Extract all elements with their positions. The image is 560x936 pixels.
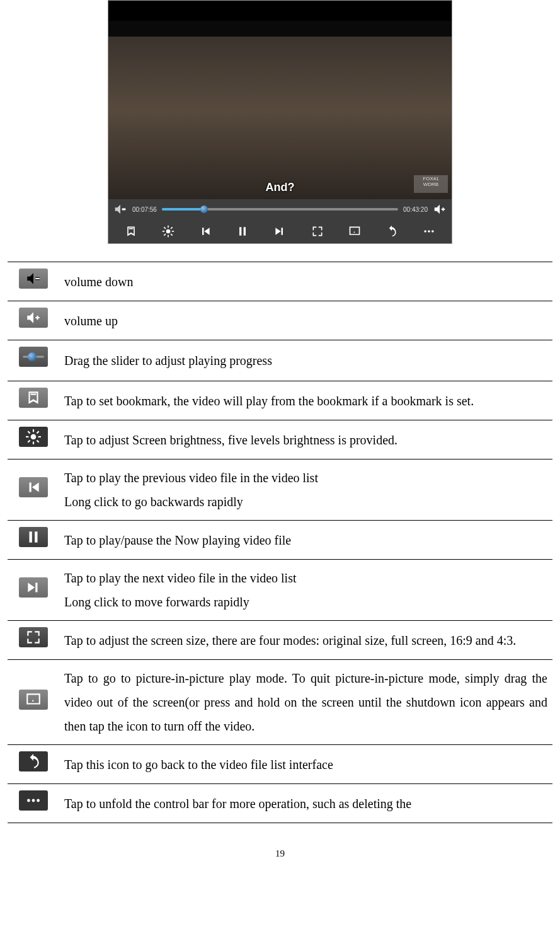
more-icon bbox=[19, 790, 48, 811]
legend-row: Tap to play the previous video file in t… bbox=[8, 459, 552, 521]
progress-bar-row: 00:07:56 00:43:20 bbox=[108, 199, 452, 219]
volume-up-icon[interactable] bbox=[433, 204, 447, 215]
progress-track[interactable] bbox=[162, 208, 398, 211]
progress-slider-icon bbox=[19, 347, 48, 367]
legend-row: Tap to adjust Screen brightness, five le… bbox=[8, 420, 552, 459]
time-total: 00:43:20 bbox=[403, 206, 428, 213]
legend-icon-cell bbox=[8, 420, 59, 459]
legend-desc: Drag the slider to adjust playing progre… bbox=[59, 340, 552, 381]
bookmark-icon[interactable] bbox=[122, 223, 140, 240]
time-current: 00:07:56 bbox=[132, 206, 157, 213]
document-page: And? FOX41 WDRB 00:07:56 00:43:20 bbox=[0, 0, 560, 884]
pip-icon bbox=[19, 690, 48, 710]
legend-desc: Tap to set bookmark, the video will play… bbox=[59, 381, 552, 420]
back-to-list-icon bbox=[19, 751, 48, 771]
legend-row: Tap to play the next video file in the v… bbox=[8, 560, 552, 621]
legend-desc: Tap to go to picture-in-picture play mod… bbox=[59, 660, 552, 745]
brightness-icon bbox=[19, 427, 48, 447]
legend-row: Tap to adjust the screen size, there are… bbox=[8, 621, 552, 660]
legend-icon-cell bbox=[8, 621, 59, 660]
legend-desc: volume down bbox=[59, 262, 552, 301]
letterbox bbox=[108, 1, 452, 21]
legend-row: Tap to go to picture-in-picture play mod… bbox=[8, 660, 552, 745]
subtitle-text: And? bbox=[108, 181, 452, 194]
volume-down-icon[interactable] bbox=[113, 204, 127, 215]
legend-desc: Tap to unfold the control bar for more o… bbox=[59, 784, 552, 823]
screen-size-icon[interactable] bbox=[308, 223, 327, 240]
legend-row: Drag the slider to adjust playing progre… bbox=[8, 340, 552, 381]
legend-desc: Tap to adjust Screen brightness, five le… bbox=[59, 420, 552, 459]
legend-desc: Tap this icon to go back to the video fi… bbox=[59, 745, 552, 784]
legend-icon-cell bbox=[8, 521, 59, 560]
legend-icon-cell bbox=[8, 560, 59, 621]
legend-row: Tap to unfold the control bar for more o… bbox=[8, 784, 552, 823]
legend-icon-cell bbox=[8, 340, 59, 381]
legend-desc: Tap to play the next video file in the v… bbox=[59, 560, 552, 621]
legend-row: Tap this icon to go back to the video fi… bbox=[8, 745, 552, 784]
brightness-icon[interactable] bbox=[159, 223, 178, 240]
progress-fill bbox=[162, 208, 205, 211]
legend-row: volume down bbox=[8, 262, 552, 301]
legend-desc: Tap to adjust the screen size, there are… bbox=[59, 621, 552, 660]
legend-icon-cell bbox=[8, 660, 59, 745]
player-toolbar bbox=[108, 219, 452, 243]
legend-desc: Tap to play the previous video file in t… bbox=[59, 459, 552, 521]
next-track-icon[interactable] bbox=[270, 223, 289, 240]
play-pause-icon bbox=[19, 527, 48, 547]
legend-row: volume up bbox=[8, 301, 552, 340]
legend-row: Tap to play/pause the Now playing video … bbox=[8, 521, 552, 560]
bookmark-icon bbox=[19, 388, 48, 408]
volume-down-icon bbox=[19, 269, 48, 289]
legend-row: Tap to set bookmark, the video will play… bbox=[8, 381, 552, 420]
video-player: And? FOX41 WDRB 00:07:56 00:43:20 bbox=[108, 0, 452, 244]
next-track-icon bbox=[19, 577, 48, 598]
page-number: 19 bbox=[8, 848, 552, 859]
video-frame bbox=[108, 1, 452, 199]
previous-track-icon bbox=[19, 477, 48, 497]
video-player-figure: And? FOX41 WDRB 00:07:56 00:43:20 bbox=[8, 0, 552, 244]
legend-icon-cell bbox=[8, 784, 59, 823]
legend-icon-cell bbox=[8, 301, 59, 340]
legend-icon-cell bbox=[8, 745, 59, 784]
legend-icon-cell bbox=[8, 381, 59, 420]
back-to-list-icon[interactable] bbox=[382, 223, 401, 240]
volume-up-icon bbox=[19, 308, 48, 328]
play-pause-icon[interactable] bbox=[233, 223, 252, 240]
previous-track-icon[interactable] bbox=[196, 223, 215, 240]
legend-icon-cell bbox=[8, 459, 59, 521]
legend-icon-cell bbox=[8, 262, 59, 301]
legend-desc: Tap to play/pause the Now playing video … bbox=[59, 521, 552, 560]
legend-desc: volume up bbox=[59, 301, 552, 340]
progress-thumb[interactable] bbox=[200, 205, 208, 213]
icon-legend-table: volume downvolume upDrag the slider to a… bbox=[8, 262, 552, 823]
more-icon[interactable] bbox=[420, 223, 438, 240]
screen-size-icon bbox=[19, 627, 48, 647]
pip-icon[interactable] bbox=[345, 223, 364, 240]
